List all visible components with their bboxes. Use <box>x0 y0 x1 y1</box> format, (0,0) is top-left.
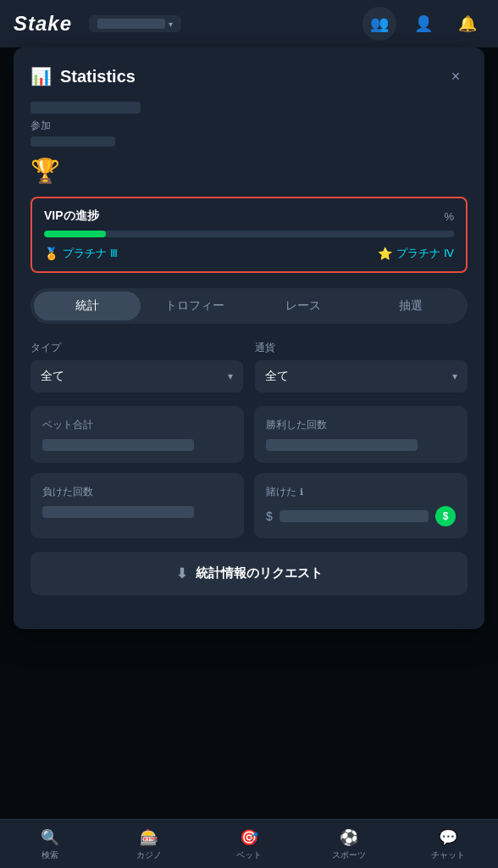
currency-filter-group: 通貨 全て ▾ <box>255 341 468 392</box>
vip-header: VIPの進捗 % <box>44 209 454 224</box>
chat-icon: 💬 <box>439 828 457 847</box>
bell-icon-btn[interactable]: 🔔 <box>451 7 484 41</box>
bet-label: ベット <box>236 849 262 861</box>
casino-label: カジノ <box>136 849 162 861</box>
vip-level-from: 🏅 プラチナ Ⅲ <box>44 246 118 261</box>
nav-dropdown-text <box>97 19 165 29</box>
stat-card-wins: 勝利した回数 <box>254 406 468 463</box>
stats-grid: ベット合計 勝利した回数 負けた回数 賭けた ℹ $ $ <box>30 406 468 538</box>
download-icon: ⬇ <box>176 565 187 581</box>
chevron-down-icon: ▾ <box>169 19 173 29</box>
type-chevron-icon: ▾ <box>228 370 233 382</box>
join-label: 参加 <box>30 119 468 133</box>
info-icon[interactable]: ℹ <box>300 487 303 498</box>
type-filter-select[interactable]: 全て ▾ <box>30 360 243 392</box>
panel-title: Statistics <box>60 67 136 86</box>
user-icon-btn[interactable]: 👤 <box>407 7 440 41</box>
vip-level-to: ⭐ プラチナ Ⅳ <box>378 246 454 261</box>
wins-value <box>266 439 418 451</box>
progress-track <box>44 231 454 237</box>
losses-label: 負けた回数 <box>42 485 232 499</box>
stat-card-losses: 負けた回数 <box>30 473 244 538</box>
sports-icon: ⚽ <box>340 828 358 847</box>
chat-label: チャット <box>431 849 465 861</box>
vip-level-from-label: プラチナ Ⅲ <box>63 246 118 261</box>
currency-filter-value: 全て <box>265 369 289 384</box>
vip-to-icon: ⭐ <box>378 247 392 260</box>
tabs-row: 統計 トロフィー レース 抽選 <box>30 288 468 324</box>
coin-icon: $ <box>435 506 456 526</box>
wins-label: 勝利した回数 <box>266 418 456 432</box>
bet-icon: 🎯 <box>240 828 258 847</box>
wagered-value-row: $ $ <box>266 506 456 526</box>
bottom-nav-chat[interactable]: 💬 チャット <box>398 820 498 868</box>
currency-filter-select[interactable]: 全て ▾ <box>255 360 468 392</box>
close-button[interactable]: × <box>444 64 468 88</box>
type-filter-label: タイプ <box>30 341 243 355</box>
panel-header: 📊 Statistics × <box>30 64 468 88</box>
badge-icon-row: 🏆 <box>30 157 468 185</box>
vip-from-icon: 🏅 <box>44 247 58 260</box>
vip-badge-icon: 🏆 <box>30 158 60 184</box>
wagered-label: 賭けた ℹ <box>266 485 456 499</box>
dollar-prefix: $ <box>266 509 273 523</box>
type-filter-value: 全て <box>41 369 64 384</box>
navbar: Stake ▾ 👥 👤 🔔 <box>0 0 498 47</box>
tab-lottery[interactable]: 抽選 <box>358 292 465 320</box>
vip-title: VIPの進捗 <box>44 209 99 224</box>
join-date-bar <box>30 136 115 147</box>
filters-row: タイプ 全て ▾ 通貨 全て ▾ <box>30 341 468 392</box>
tab-trophies[interactable]: トロフィー <box>142 292 249 320</box>
panel-title-row: 📊 Statistics <box>30 66 136 86</box>
bottom-nav-sports[interactable]: ⚽ スポーツ <box>299 820 399 868</box>
vip-level-to-label: プラチナ Ⅳ <box>396 246 454 261</box>
total-bets-label: ベット合計 <box>42 418 232 432</box>
bottom-nav-casino[interactable]: 🎰 カジノ <box>100 820 200 868</box>
stat-card-wagered: 賭けた ℹ $ $ <box>254 473 468 538</box>
bottom-nav: 🔍 検索 🎰 カジノ 🎯 ベット ⚽ スポーツ 💬 チャット <box>0 819 498 868</box>
tab-statistics[interactable]: 統計 <box>34 292 141 320</box>
vip-percent: % <box>444 210 454 223</box>
search-label: 検索 <box>42 849 58 861</box>
request-stats-button[interactable]: ⬇ 統計情報のリクエスト <box>30 552 468 595</box>
total-bets-value <box>42 439 194 451</box>
search-icon: 🔍 <box>41 828 59 847</box>
wagered-bar <box>279 510 429 522</box>
user-info: 参加 <box>30 102 468 147</box>
nav-dropdown[interactable]: ▾ <box>89 15 181 32</box>
progress-fill <box>44 231 106 237</box>
vip-levels: 🏅 プラチナ Ⅲ ⭐ プラチナ Ⅳ <box>44 246 454 261</box>
vip-progress-box: VIPの進捗 % 🏅 プラチナ Ⅲ ⭐ プラチナ Ⅳ <box>30 197 468 273</box>
currency-chevron-icon: ▾ <box>452 370 457 382</box>
username-bar <box>30 102 141 114</box>
statistics-icon: 📊 <box>30 66 52 86</box>
request-btn-label: 統計情報のリクエスト <box>196 565 323 581</box>
tab-race[interactable]: レース <box>250 292 357 320</box>
user-group-icon-btn[interactable]: 👥 <box>362 7 396 41</box>
currency-filter-label: 通貨 <box>255 341 468 355</box>
stat-card-total-bets: ベット合計 <box>30 406 244 463</box>
sports-label: スポーツ <box>332 849 366 861</box>
statistics-panel: 📊 Statistics × 参加 🏆 VIPの進捗 % 🏅 プラチナ Ⅲ ⭐ <box>14 47 484 629</box>
bottom-nav-search[interactable]: 🔍 検索 <box>0 820 100 868</box>
type-filter-group: タイプ 全て ▾ <box>30 341 243 392</box>
bottom-nav-bet[interactable]: 🎯 ベット <box>199 820 299 868</box>
logo: Stake <box>14 12 72 36</box>
casino-icon: 🎰 <box>140 828 158 847</box>
losses-value <box>42 506 194 518</box>
